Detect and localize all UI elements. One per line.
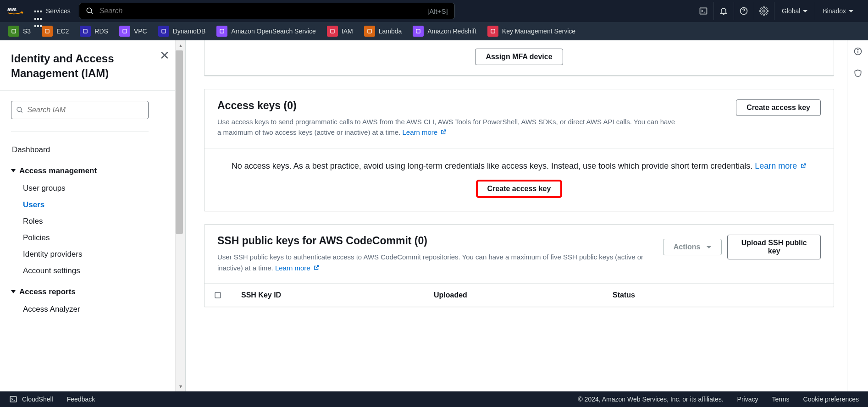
- svg-point-5: [763, 10, 765, 12]
- service-icon: [80, 26, 91, 37]
- feedback-link[interactable]: Feedback: [67, 396, 95, 403]
- nav-user-groups[interactable]: User groups: [22, 180, 164, 197]
- assign-mfa-button[interactable]: Assign MFA device: [475, 49, 563, 65]
- security-icon[interactable]: [853, 69, 862, 78]
- learn-more-link[interactable]: Learn more: [402, 128, 447, 136]
- svg-point-16: [17, 107, 22, 112]
- account-menu[interactable]: Binadox: [815, 2, 861, 20]
- caret-down-icon: [849, 10, 853, 12]
- sidebar-title: Identity and Access Management (IAM): [11, 51, 164, 81]
- services-menu[interactable]: Services: [34, 7, 71, 15]
- cloudshell-icon[interactable]: [9, 395, 17, 403]
- triangle-down-icon: [11, 169, 16, 172]
- upload-ssh-key-button[interactable]: Upload SSH public key: [727, 235, 821, 259]
- ssh-actions-button[interactable]: Actions: [663, 239, 722, 255]
- cloudshell-link[interactable]: CloudShell: [22, 396, 53, 403]
- sidebar-scrollbar[interactable]: ▴ ▾: [175, 40, 185, 391]
- footer: CloudShell Feedback © 2024, Amazon Web S…: [0, 391, 868, 407]
- sidebar-close-button[interactable]: ✕: [160, 49, 170, 63]
- service-shortcut-bar: S3EC2RDSVPCDynamoDBAmazon OpenSearch Ser…: [0, 22, 868, 40]
- service-shortcut[interactable]: RDS: [77, 26, 111, 37]
- aws-logo[interactable]: aws: [7, 6, 26, 16]
- search-shortcut: [Alt+S]: [427, 7, 448, 15]
- nav-users[interactable]: Users: [22, 197, 164, 213]
- cookie-preferences-link[interactable]: Cookie preferences: [803, 396, 859, 403]
- service-icon: [42, 26, 53, 37]
- service-shortcut[interactable]: Amazon OpenSearch Service: [214, 26, 318, 37]
- service-shortcut[interactable]: IAM: [324, 26, 356, 37]
- svg-line-17: [21, 111, 22, 112]
- svg-rect-14: [416, 29, 420, 33]
- scroll-up-arrow[interactable]: ▴: [176, 40, 185, 50]
- service-shortcut[interactable]: DynamoDB: [155, 26, 209, 37]
- scrollbar-thumb[interactable]: [176, 50, 183, 234]
- ssh-keys-title: SSH public keys for AWS CodeCommit (0): [217, 235, 655, 247]
- column-status[interactable]: Status: [603, 284, 834, 307]
- scroll-down-arrow[interactable]: ▾: [176, 381, 185, 391]
- svg-rect-10: [162, 29, 166, 33]
- svg-rect-22: [10, 396, 17, 402]
- service-shortcut[interactable]: S3: [6, 26, 33, 37]
- service-icon: [413, 26, 424, 37]
- notifications-icon[interactable]: [713, 2, 734, 20]
- ssh-table-header: SSH Key ID Uploaded Status: [205, 283, 834, 307]
- service-icon: [364, 26, 375, 37]
- copyright-text: © 2024, Amazon Web Services, Inc. or its…: [578, 396, 723, 403]
- column-uploaded[interactable]: Uploaded: [425, 284, 603, 307]
- settings-icon[interactable]: [754, 2, 774, 20]
- sidebar-search-input[interactable]: [27, 106, 144, 114]
- main-content: Assign MFA device Access keys (0) Use ac…: [186, 40, 868, 391]
- nav-account-settings[interactable]: Account settings: [22, 263, 164, 279]
- cloudshell-icon[interactable]: [693, 2, 713, 20]
- learn-more-link[interactable]: Learn more: [275, 264, 320, 272]
- info-icon[interactable]: [853, 47, 862, 56]
- nav-policies[interactable]: Policies: [22, 230, 164, 246]
- caret-down-icon: [707, 246, 711, 248]
- access-keys-title: Access keys (0): [217, 99, 676, 112]
- svg-rect-9: [123, 29, 127, 33]
- access-keys-empty-text: No access keys. As a best practice, avoi…: [217, 160, 821, 173]
- ssh-keys-description: User SSH public keys to authenticate acc…: [217, 252, 655, 273]
- service-shortcut[interactable]: VPC: [116, 26, 150, 37]
- global-search[interactable]: [Alt+S]: [79, 3, 455, 19]
- service-shortcut[interactable]: Amazon Redshift: [410, 26, 479, 37]
- search-input[interactable]: [100, 7, 427, 15]
- privacy-link[interactable]: Privacy: [737, 396, 758, 403]
- nav-access-analyzer[interactable]: Access Analyzer: [22, 301, 164, 318]
- learn-more-link[interactable]: Learn more: [755, 161, 807, 170]
- service-shortcut[interactable]: Key Management Service: [485, 26, 578, 37]
- nav-identity-providers[interactable]: Identity providers: [22, 246, 164, 263]
- region-selector[interactable]: Global: [774, 2, 815, 20]
- top-nav: aws Services [Alt+S] Global Binadox: [0, 0, 868, 22]
- help-icon[interactable]: [734, 2, 754, 20]
- nav-roles[interactable]: Roles: [22, 213, 164, 230]
- svg-rect-12: [331, 29, 334, 33]
- service-label: RDS: [94, 28, 108, 35]
- service-icon: [327, 26, 338, 37]
- triangle-down-icon: [11, 290, 16, 293]
- services-label: Services: [46, 7, 71, 15]
- service-icon: [487, 26, 498, 37]
- svg-rect-8: [83, 29, 87, 33]
- svg-rect-11: [220, 29, 224, 33]
- service-label: S3: [23, 28, 31, 35]
- service-shortcut[interactable]: EC2: [39, 26, 72, 37]
- select-all-checkbox[interactable]: [205, 284, 232, 307]
- service-label: VPC: [134, 28, 147, 35]
- nav-section-access-reports[interactable]: Access reports: [11, 279, 164, 301]
- mfa-panel: Assign MFA device: [204, 40, 834, 76]
- service-label: Amazon OpenSearch Service: [231, 28, 315, 35]
- column-ssh-key-id[interactable]: SSH Key ID: [232, 284, 425, 307]
- create-access-key-button-top[interactable]: Create access key: [736, 99, 821, 116]
- create-access-key-button-main[interactable]: Create access key: [477, 181, 562, 197]
- terms-link[interactable]: Terms: [772, 396, 789, 403]
- nav-section-access-management[interactable]: Access management: [11, 158, 164, 180]
- svg-text:aws: aws: [7, 6, 17, 12]
- nav-dashboard[interactable]: Dashboard: [11, 142, 164, 158]
- sidebar: Identity and Access Management (IAM) ✕ D…: [0, 40, 186, 391]
- svg-rect-6: [12, 29, 16, 33]
- service-shortcut[interactable]: Lambda: [361, 26, 405, 37]
- top-nav-right: Global Binadox: [693, 2, 861, 20]
- access-keys-panel: Access keys (0) Use access keys to send …: [204, 89, 834, 211]
- sidebar-search[interactable]: [11, 101, 149, 119]
